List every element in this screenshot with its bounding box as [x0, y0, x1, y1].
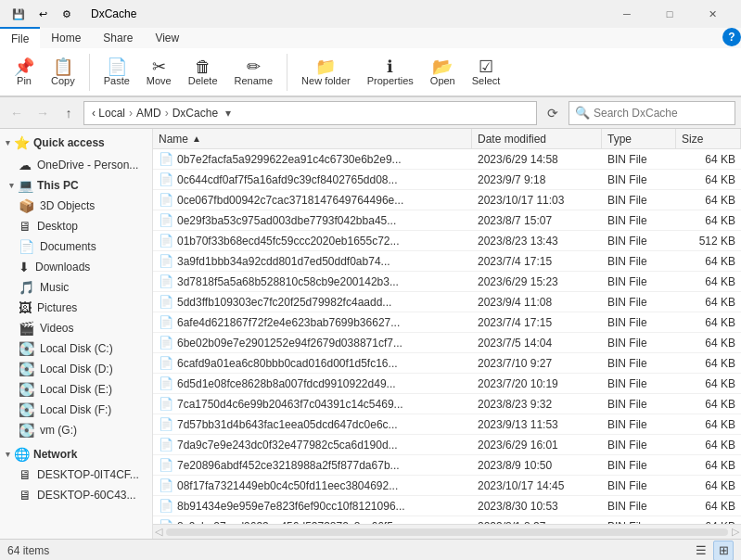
sidebar-label-quick-access: Quick access [33, 136, 105, 149]
col-header-type[interactable]: Type [602, 129, 676, 148]
sidebar-item-desktop-60c43[interactable]: 🖥 DESKTOP-60C43... [0, 485, 152, 505]
sidebar-header-network[interactable]: ▾ 🌐 Network [0, 444, 152, 465]
file-name: 8b91434e9e959e7e823f6ef90cc10f8121096... [177, 500, 405, 513]
hscroll-thumb[interactable] [166, 528, 728, 536]
file-icon: 📄 [159, 213, 173, 227]
close-button[interactable]: ✕ [691, 0, 734, 28]
path-sep-2: › [165, 107, 169, 120]
copy-button[interactable]: 📋 Copy [45, 56, 82, 89]
sidebar-item-documents[interactable]: 📄 Documents [0, 236, 152, 257]
file-size: 64 KB [676, 439, 741, 452]
col-header-size[interactable]: Size [676, 129, 741, 148]
table-row[interactable]: 📄 0c644cdf0af7f5a16afd9c39cf8402765dd08.… [153, 170, 741, 190]
table-row[interactable]: 📄 8b91434e9e959e7e823f6ef90cc10f8121096.… [153, 496, 741, 516]
maximize-button[interactable]: □ [648, 0, 691, 28]
file-icon: 📄 [159, 274, 173, 288]
table-row[interactable]: 📄 6cafd9a01ea6c80bbb0cad016d00f1d5fc16..… [153, 353, 741, 374]
table-row[interactable]: 📄 7e20896abdf452ce3218988a2f5f877da67b..… [153, 455, 741, 476]
path-dropdown-icon[interactable]: ▾ [225, 107, 231, 120]
sidebar-item-onedrive[interactable]: ☁ OneDrive - Person... [0, 155, 152, 175]
network-icon: 🌐 [14, 447, 30, 462]
forward-button[interactable]: → [32, 102, 54, 124]
table-row[interactable]: 📄 5dd3ffb109303ec7fc20f25d79982fc4aadd..… [153, 292, 741, 312]
up-button[interactable]: ↑ [57, 102, 80, 124]
sidebar-item-local-d[interactable]: 💽 Local Disk (D:) [0, 359, 152, 379]
file-name: 0e29f3ba53c975ad003dbe7793f042bba45... [177, 214, 396, 227]
table-row[interactable]: 📄 6d5d1e08fce8628b8a007fdcd9910922d49...… [153, 374, 741, 394]
table-row[interactable]: 📄 7ca1750d4c6e99b20463f7c04391c14c5469..… [153, 394, 741, 414]
table-row[interactable]: 📄 6be02b09e7e2901252e94f2679d038871cf7..… [153, 333, 741, 353]
move-button[interactable]: ✂ Move [140, 56, 178, 89]
file-type: BIN File [602, 194, 676, 207]
sidebar-header-thispc[interactable]: ▾ 💻 This PC [0, 175, 152, 196]
filelist-header: Name ▲ Date modified Type Size [153, 129, 741, 149]
sidebar-item-local-e[interactable]: 💽 Local Disk (E:) [0, 379, 152, 400]
sidebar-item-local-c[interactable]: 💽 Local Disk (C:) [0, 338, 152, 359]
address-path[interactable]: ‹ Local › AMD › DxCache ▾ [83, 101, 537, 125]
music-icon: 🎵 [19, 280, 34, 295]
scroll-left-icon[interactable]: ◁ [155, 526, 162, 538]
sidebar-item-music[interactable]: 🎵 Music [0, 277, 152, 298]
path-amd: AMD [136, 107, 161, 120]
select-button[interactable]: ☑ Select [466, 56, 507, 89]
sidebar-label-downloads: Downloads [35, 261, 90, 274]
table-row[interactable]: 📄 7d57bb31d4b643fac1eea05dcd647dc0e6c...… [153, 414, 741, 435]
star-icon: ⭐ [14, 135, 30, 150]
sidebar-item-downloads[interactable]: ⬇ Downloads [0, 257, 152, 277]
horizontal-scrollbar[interactable]: ◁ ▷ [153, 524, 741, 539]
scroll-right-icon[interactable]: ▷ [732, 526, 739, 538]
sidebar-item-vm-g[interactable]: 💽 vm (G:) [0, 420, 152, 440]
file-date: 2023/8/23 9:32 [472, 398, 602, 411]
refresh-button[interactable]: ⟳ [541, 101, 565, 125]
pin-button[interactable]: 📌 Pin [7, 56, 41, 89]
table-row[interactable]: 📄 7da9c7e9e243dc0f32e477982c5ca6d190d...… [153, 435, 741, 455]
file-type: BIN File [602, 316, 676, 329]
minimize-button[interactable]: ─ [606, 0, 648, 28]
table-row[interactable]: 📄 0e29f3ba53c975ad003dbe7793f042bba45...… [153, 210, 741, 231]
table-row[interactable]: 📄 6afe4d621867f72f2e4e623bab7699b36627..… [153, 312, 741, 333]
sidebar-label-local-e: Local Disk (E:) [40, 383, 112, 396]
tab-home[interactable]: Home [40, 28, 92, 48]
details-view-button[interactable]: ☰ [691, 541, 711, 561]
table-row[interactable]: 📄 3a9fd1bbb34a92cdd801d7ed50ddf0ab74... … [153, 251, 741, 272]
table-row[interactable]: 📄 0ce067fbd00942c7cac3718147649764496e..… [153, 190, 741, 210]
delete-button[interactable]: 🗑 Delete [182, 56, 224, 89]
back-button[interactable]: ← [6, 102, 28, 124]
table-row[interactable]: 📄 3d7818f5a5a68b528810c58cb9e200142b3...… [153, 272, 741, 292]
file-size: 64 KB [676, 337, 741, 350]
tab-view[interactable]: View [144, 28, 190, 48]
help-button[interactable]: ? [722, 28, 741, 46]
delete-icon: 🗑 [195, 58, 211, 75]
paste-button[interactable]: 📄 Paste [97, 56, 136, 89]
properties-button[interactable]: ⚙ [56, 3, 78, 25]
table-row[interactable]: 📄 8c9ebe07ced9633ca456d5373870c8cc66f5..… [153, 516, 741, 524]
table-row[interactable]: 📄 08f17fa7321449eb0c4c50fd11eec3804692..… [153, 476, 741, 496]
undo-button[interactable]: ↩ [32, 3, 54, 25]
search-input[interactable] [594, 107, 733, 120]
sidebar-item-desktop-0it4cf[interactable]: 🖥 DESKTOP-0IT4CF... [0, 465, 152, 485]
file-type: BIN File [602, 418, 676, 431]
newfolder-button[interactable]: 📁 New folder [295, 56, 357, 89]
sidebar-item-desktop[interactable]: 🖥 Desktop [0, 216, 152, 236]
list-view-button[interactable]: ⊞ [713, 541, 734, 561]
quick-access-buttons: 💾 ↩ ⚙ [7, 3, 78, 25]
properties-ribbon-button[interactable]: ℹ Properties [361, 56, 420, 89]
sidebar-item-pictures[interactable]: 🖼 Pictures [0, 298, 152, 318]
sidebar-item-videos[interactable]: 🎬 Videos [0, 318, 152, 338]
tab-share[interactable]: Share [92, 28, 144, 48]
titlebar-title: DxCache [91, 7, 136, 20]
tab-file[interactable]: File [0, 27, 40, 48]
table-row[interactable]: 📄 0b7e2facfa5a9299622ea91c4c6730e6b2e9..… [153, 149, 741, 170]
open-button[interactable]: 📂 Open [424, 56, 462, 89]
save-button[interactable]: 💾 [7, 3, 30, 25]
newfolder-icon: 📁 [315, 58, 336, 75]
col-header-date[interactable]: Date modified [472, 129, 602, 148]
col-header-name[interactable]: Name ▲ [153, 129, 472, 148]
sidebar-header-quick-access[interactable]: ▾ ⭐ Quick access [0, 133, 152, 153]
sidebar-item-local-f[interactable]: 💽 Local Disk (F:) [0, 400, 152, 420]
sidebar-label-local-d: Local Disk (D:) [40, 363, 113, 375]
table-row[interactable]: 📄 01b70f33b68ecd45fc59ccc2020eb1655c72..… [153, 231, 741, 251]
rename-button[interactable]: ✏ Rename [228, 56, 280, 89]
sidebar-item-3d-objects[interactable]: 📦 3D Objects [0, 196, 152, 216]
file-size: 64 KB [676, 153, 741, 166]
